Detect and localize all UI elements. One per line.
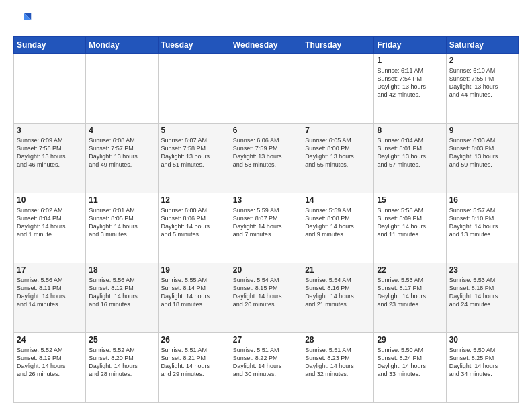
day-info: Sunrise: 5:53 AMSunset: 8:18 PMDaylight:… — [449, 276, 515, 309]
day-info: Sunrise: 5:51 AMSunset: 8:21 PMDaylight:… — [161, 346, 227, 379]
day-info: Sunrise: 5:55 AMSunset: 8:14 PMDaylight:… — [161, 276, 227, 309]
day-info: Sunrise: 5:54 AMSunset: 8:15 PMDaylight:… — [233, 276, 299, 309]
day-info: Sunrise: 6:01 AMSunset: 8:05 PMDaylight:… — [89, 206, 154, 239]
calendar-cell: 20Sunrise: 5:54 AMSunset: 8:15 PMDayligh… — [230, 263, 302, 333]
page: SundayMondayTuesdayWednesdayThursdayFrid… — [0, 0, 532, 411]
calendar-cell — [230, 54, 302, 124]
calendar-week-row-3: 10Sunrise: 6:02 AMSunset: 8:04 PMDayligh… — [14, 193, 519, 263]
day-info: Sunrise: 6:10 AMSunset: 7:55 PMDaylight:… — [449, 66, 515, 99]
calendar-cell: 17Sunrise: 5:56 AMSunset: 8:11 PMDayligh… — [14, 263, 86, 333]
header — [13, 11, 519, 30]
day-info: Sunrise: 5:50 AMSunset: 8:25 PMDaylight:… — [449, 346, 515, 379]
weekday-header-thursday: Thursday — [302, 37, 374, 54]
calendar-cell: 12Sunrise: 6:00 AMSunset: 8:06 PMDayligh… — [158, 193, 230, 263]
day-number: 26 — [161, 335, 227, 345]
calendar-cell: 23Sunrise: 5:53 AMSunset: 8:18 PMDayligh… — [446, 263, 518, 333]
day-info: Sunrise: 6:02 AMSunset: 8:04 PMDaylight:… — [17, 206, 83, 239]
calendar-header-row: SundayMondayTuesdayWednesdayThursdayFrid… — [14, 37, 519, 54]
day-number: 4 — [89, 126, 154, 135]
day-number: 27 — [233, 335, 299, 345]
calendar-cell: 26Sunrise: 5:51 AMSunset: 8:21 PMDayligh… — [158, 333, 230, 403]
calendar-cell: 10Sunrise: 6:02 AMSunset: 8:04 PMDayligh… — [14, 193, 86, 263]
calendar-cell: 14Sunrise: 5:59 AMSunset: 8:08 PMDayligh… — [302, 193, 374, 263]
day-number: 20 — [233, 265, 299, 275]
day-info: Sunrise: 6:09 AMSunset: 7:56 PMDaylight:… — [17, 136, 83, 169]
day-number: 12 — [161, 195, 227, 205]
day-info: Sunrise: 6:06 AMSunset: 7:59 PMDaylight:… — [233, 136, 299, 169]
weekday-header-friday: Friday — [374, 37, 446, 54]
day-info: Sunrise: 5:52 AMSunset: 8:20 PMDaylight:… — [89, 346, 154, 379]
calendar-cell: 16Sunrise: 5:57 AMSunset: 8:10 PMDayligh… — [446, 193, 518, 263]
day-number: 16 — [449, 195, 515, 205]
weekday-header-monday: Monday — [86, 37, 158, 54]
day-number: 6 — [233, 126, 299, 135]
weekday-header-saturday: Saturday — [446, 37, 518, 54]
day-info: Sunrise: 6:11 AMSunset: 7:54 PMDaylight:… — [377, 66, 443, 99]
day-number: 24 — [17, 335, 83, 345]
day-number: 21 — [305, 265, 371, 275]
calendar-week-row-4: 17Sunrise: 5:56 AMSunset: 8:11 PMDayligh… — [14, 263, 519, 333]
calendar-week-row-2: 3Sunrise: 6:09 AMSunset: 7:56 PMDaylight… — [14, 124, 519, 193]
day-number: 25 — [89, 335, 154, 345]
calendar-week-row-5: 24Sunrise: 5:52 AMSunset: 8:19 PMDayligh… — [14, 333, 519, 403]
calendar-cell: 28Sunrise: 5:51 AMSunset: 8:23 PMDayligh… — [302, 333, 374, 403]
day-number: 7 — [305, 126, 371, 135]
calendar-cell: 4Sunrise: 6:08 AMSunset: 7:57 PMDaylight… — [86, 124, 158, 193]
calendar-cell: 24Sunrise: 5:52 AMSunset: 8:19 PMDayligh… — [14, 333, 86, 403]
calendar-cell: 19Sunrise: 5:55 AMSunset: 8:14 PMDayligh… — [158, 263, 230, 333]
day-number: 8 — [377, 126, 443, 135]
day-info: Sunrise: 6:00 AMSunset: 8:06 PMDaylight:… — [161, 206, 227, 239]
calendar-cell: 9Sunrise: 6:03 AMSunset: 8:03 PMDaylight… — [446, 124, 518, 193]
day-info: Sunrise: 6:07 AMSunset: 7:58 PMDaylight:… — [161, 136, 227, 169]
calendar-cell: 27Sunrise: 5:51 AMSunset: 8:22 PMDayligh… — [230, 333, 302, 403]
day-info: Sunrise: 6:03 AMSunset: 8:03 PMDaylight:… — [449, 136, 515, 169]
day-info: Sunrise: 5:56 AMSunset: 8:11 PMDaylight:… — [17, 276, 83, 309]
day-info: Sunrise: 5:51 AMSunset: 8:22 PMDaylight:… — [233, 346, 299, 379]
day-info: Sunrise: 6:05 AMSunset: 8:00 PMDaylight:… — [305, 136, 371, 169]
calendar-cell: 11Sunrise: 6:01 AMSunset: 8:05 PMDayligh… — [86, 193, 158, 263]
day-number: 17 — [17, 265, 83, 275]
weekday-header-wednesday: Wednesday — [230, 37, 302, 54]
day-number: 13 — [233, 195, 299, 205]
calendar-cell: 2Sunrise: 6:10 AMSunset: 7:55 PMDaylight… — [446, 54, 518, 124]
logo — [13, 11, 35, 30]
day-info: Sunrise: 5:59 AMSunset: 8:07 PMDaylight:… — [233, 206, 299, 239]
day-number: 19 — [161, 265, 227, 275]
day-info: Sunrise: 5:50 AMSunset: 8:24 PMDaylight:… — [377, 346, 443, 379]
day-number: 29 — [377, 335, 443, 345]
day-number: 15 — [377, 195, 443, 205]
day-number: 2 — [449, 56, 515, 65]
calendar-cell — [86, 54, 158, 124]
day-number: 11 — [89, 195, 154, 205]
day-number: 14 — [305, 195, 371, 205]
calendar-cell: 29Sunrise: 5:50 AMSunset: 8:24 PMDayligh… — [374, 333, 446, 403]
day-number: 18 — [89, 265, 154, 275]
day-info: Sunrise: 6:04 AMSunset: 8:01 PMDaylight:… — [377, 136, 443, 169]
calendar-cell — [14, 54, 86, 124]
day-info: Sunrise: 5:59 AMSunset: 8:08 PMDaylight:… — [305, 206, 371, 239]
weekday-header-sunday: Sunday — [14, 37, 86, 54]
calendar-cell — [158, 54, 230, 124]
calendar-cell: 5Sunrise: 6:07 AMSunset: 7:58 PMDaylight… — [158, 124, 230, 193]
day-info: Sunrise: 5:51 AMSunset: 8:23 PMDaylight:… — [305, 346, 371, 379]
day-number: 3 — [17, 126, 83, 135]
day-number: 30 — [449, 335, 515, 345]
weekday-header-tuesday: Tuesday — [158, 37, 230, 54]
logo-icon — [13, 11, 32, 30]
calendar-cell: 18Sunrise: 5:56 AMSunset: 8:12 PMDayligh… — [86, 263, 158, 333]
day-info: Sunrise: 5:53 AMSunset: 8:17 PMDaylight:… — [377, 276, 443, 309]
calendar-cell: 30Sunrise: 5:50 AMSunset: 8:25 PMDayligh… — [446, 333, 518, 403]
calendar-cell: 1Sunrise: 6:11 AMSunset: 7:54 PMDaylight… — [374, 54, 446, 124]
calendar-cell: 7Sunrise: 6:05 AMSunset: 8:00 PMDaylight… — [302, 124, 374, 193]
day-number: 9 — [449, 126, 515, 135]
day-info: Sunrise: 5:54 AMSunset: 8:16 PMDaylight:… — [305, 276, 371, 309]
calendar-cell: 8Sunrise: 6:04 AMSunset: 8:01 PMDaylight… — [374, 124, 446, 193]
day-info: Sunrise: 5:52 AMSunset: 8:19 PMDaylight:… — [17, 346, 83, 379]
calendar-week-row-1: 1Sunrise: 6:11 AMSunset: 7:54 PMDaylight… — [14, 54, 519, 124]
day-info: Sunrise: 5:58 AMSunset: 8:09 PMDaylight:… — [377, 206, 443, 239]
day-info: Sunrise: 5:56 AMSunset: 8:12 PMDaylight:… — [89, 276, 154, 309]
day-info: Sunrise: 6:08 AMSunset: 7:57 PMDaylight:… — [89, 136, 154, 169]
calendar-cell: 3Sunrise: 6:09 AMSunset: 7:56 PMDaylight… — [14, 124, 86, 193]
calendar-cell: 21Sunrise: 5:54 AMSunset: 8:16 PMDayligh… — [302, 263, 374, 333]
calendar-cell: 22Sunrise: 5:53 AMSunset: 8:17 PMDayligh… — [374, 263, 446, 333]
